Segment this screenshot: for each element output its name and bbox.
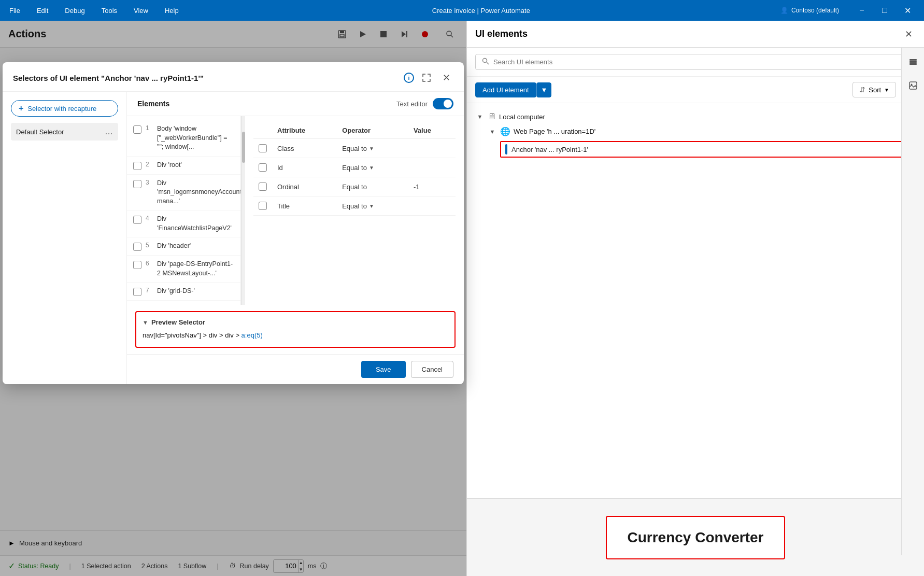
preview-section-title: Preview Selector: [151, 318, 205, 326]
element-item-3[interactable]: 3 Div 'msn_logomsnmoneyAccount mana...': [127, 175, 240, 211]
window-title: Create invoice | Power Automate: [182, 7, 780, 15]
menu-view[interactable]: View: [131, 5, 151, 17]
webpage-expand-icon[interactable]: ▼: [488, 127, 497, 136]
element-checkbox-5[interactable]: [133, 243, 141, 251]
attr-row-ordinal: Ordinal Equal to -1: [253, 177, 456, 196]
element-checkbox-2[interactable]: [133, 162, 141, 170]
add-ui-element-button[interactable]: Add UI element: [475, 82, 536, 97]
elements-scrollbar[interactable]: [241, 116, 245, 305]
element-text-2: Div 'root': [157, 161, 182, 170]
selector-dots-icon[interactable]: …: [105, 127, 113, 136]
sort-button[interactable]: ⇵ Sort ▼: [852, 82, 896, 97]
attributes-panel: Attribute Operator Value Class: [245, 116, 464, 305]
add-ui-dropdown-button[interactable]: ▼: [536, 82, 552, 97]
search-input[interactable]: [493, 58, 909, 66]
attr-col-checkbox: [253, 122, 272, 139]
element-checkbox-3[interactable]: [133, 180, 141, 188]
svg-rect-13: [909, 61, 917, 63]
close-button[interactable]: ✕: [897, 0, 918, 21]
attr-operator-id[interactable]: Equal to▼: [342, 164, 403, 172]
dialog-info-icon[interactable]: i: [404, 73, 414, 83]
image-icon[interactable]: [905, 78, 921, 93]
dialog-title: Selectors of UI element "Anchor 'nav ...…: [13, 74, 399, 82]
element-item-1[interactable]: 1 Body 'window ["_webWorkerBundle"] = ""…: [127, 120, 240, 157]
dialog-close-button[interactable]: ✕: [439, 71, 453, 85]
element-checkbox-4[interactable]: [133, 216, 141, 224]
default-selector-label: Default Selector: [16, 128, 64, 136]
element-checkbox-6[interactable]: [133, 261, 141, 269]
attr-checkbox-title[interactable]: [259, 202, 267, 210]
attr-checkbox-class[interactable]: [259, 144, 267, 152]
layers-icon[interactable]: [905, 54, 921, 69]
attr-operator-ordinal[interactable]: Equal to: [342, 183, 403, 191]
svg-rect-12: [909, 59, 917, 61]
attr-checkbox-id[interactable]: [259, 163, 267, 172]
chevron-down-icon: ▼: [369, 203, 374, 209]
tree-expand-icon[interactable]: ▼: [475, 112, 485, 121]
element-text-5: Div 'header': [157, 242, 191, 251]
anchor-row[interactable]: Anchor 'nav ... ryPoint1-1': [500, 141, 916, 158]
attributes-table: Attribute Operator Value Class: [253, 122, 456, 216]
attr-operator-class[interactable]: Equal to▼: [342, 145, 403, 152]
save-button[interactable]: Save: [361, 361, 406, 378]
element-checkbox-1[interactable]: [133, 125, 141, 134]
element-checkbox-7[interactable]: [133, 288, 141, 296]
currency-converter-preview: Currency Converter: [606, 516, 786, 559]
attr-operator-title[interactable]: Equal to▼: [342, 202, 403, 210]
text-editor-row: Text editor: [396, 98, 453, 109]
element-item-2[interactable]: 2 Div 'root': [127, 157, 240, 175]
preview-chevron-icon[interactable]: ▼: [143, 319, 148, 326]
search-icon: [482, 58, 489, 66]
menu-file[interactable]: File: [6, 5, 23, 17]
element-item-4[interactable]: 4 Div 'FinanceWatchlistPageV2': [127, 210, 240, 237]
element-text-3: Div 'msn_logomsnmoneyAccount mana...': [157, 179, 241, 206]
element-item-6[interactable]: 6 Div 'page-DS-EntryPoint1-2 MSNewsLayou…: [127, 256, 240, 283]
ui-elements-title: UI elements: [475, 29, 897, 39]
webpage-label: Web Page 'h ... uration=1D': [514, 128, 595, 135]
maximize-button[interactable]: □: [874, 0, 895, 21]
selector-recapture-button[interactable]: + Selector with recapture: [11, 100, 118, 117]
org-icon: 👤: [780, 7, 788, 14]
webpage-row[interactable]: ▼ 🌐 Web Page 'h ... uration=1D': [488, 124, 916, 139]
selector-dialog: Selectors of UI element "Anchor 'nav ...…: [3, 62, 464, 384]
search-wrapper: [475, 54, 916, 70]
attr-name-title: Title: [272, 196, 337, 216]
plus-icon: +: [19, 104, 23, 113]
win-controls: − □ ✕: [851, 0, 918, 21]
local-computer-node: ▼ 🖥 Local computer ▼ 🌐 Web Page 'h ... u…: [475, 109, 916, 158]
title-bar-menus: File Edit Debug Tools View Help: [6, 5, 182, 17]
menu-edit[interactable]: Edit: [34, 5, 51, 17]
dialog-body: + Selector with recapture Default Select…: [3, 92, 464, 384]
dialog-header: Selectors of UI element "Anchor 'nav ...…: [3, 62, 464, 92]
svg-rect-14: [909, 63, 917, 65]
org-name: 👤 Contoso (default): [780, 7, 839, 14]
dialog-elements-header: Elements Text editor: [127, 92, 464, 116]
tree-children-web: Anchor 'nav ... ryPoint1-1': [488, 141, 916, 158]
menu-help[interactable]: Help: [162, 5, 182, 17]
preview-area: Currency Converter: [467, 498, 924, 576]
element-item-5[interactable]: 5 Div 'header': [127, 237, 240, 256]
attr-name-ordinal: Ordinal: [272, 177, 337, 196]
attr-name-class: Class: [272, 139, 337, 158]
chevron-down-icon: ▼: [369, 165, 374, 171]
default-selector-item[interactable]: Default Selector …: [11, 123, 118, 141]
attr-value-class: [408, 139, 456, 158]
cancel-button[interactable]: Cancel: [411, 361, 453, 378]
menu-tools[interactable]: Tools: [98, 5, 120, 17]
local-computer-row[interactable]: ▼ 🖥 Local computer: [475, 109, 916, 124]
minimize-button[interactable]: −: [851, 0, 872, 21]
attr-checkbox-ordinal[interactable]: [259, 182, 267, 191]
menu-debug[interactable]: Debug: [62, 5, 88, 17]
preview-label: ▼ Preview Selector: [143, 318, 448, 326]
selected-indicator: [505, 144, 507, 154]
elements-list: 1 Body 'window ["_webWorkerBundle"] = ""…: [127, 116, 241, 305]
text-editor-toggle[interactable]: [433, 98, 453, 109]
element-item-7[interactable]: 7 Div 'grid-DS-': [127, 283, 240, 301]
dialog-overlay: Selectors of UI element "Anchor 'nav ...…: [0, 21, 466, 576]
dialog-expand-button[interactable]: [419, 71, 434, 85]
element-text-1: Body 'window ["_webWorkerBundle"] = ""; …: [157, 124, 234, 152]
ui-elements-close-button[interactable]: ✕: [901, 27, 916, 41]
preview-code: nav[Id="pivotsNav"] > div > div > a:eq(5…: [143, 330, 448, 341]
attr-value-ordinal: -1: [408, 177, 456, 196]
right-icons-column: [901, 48, 924, 555]
